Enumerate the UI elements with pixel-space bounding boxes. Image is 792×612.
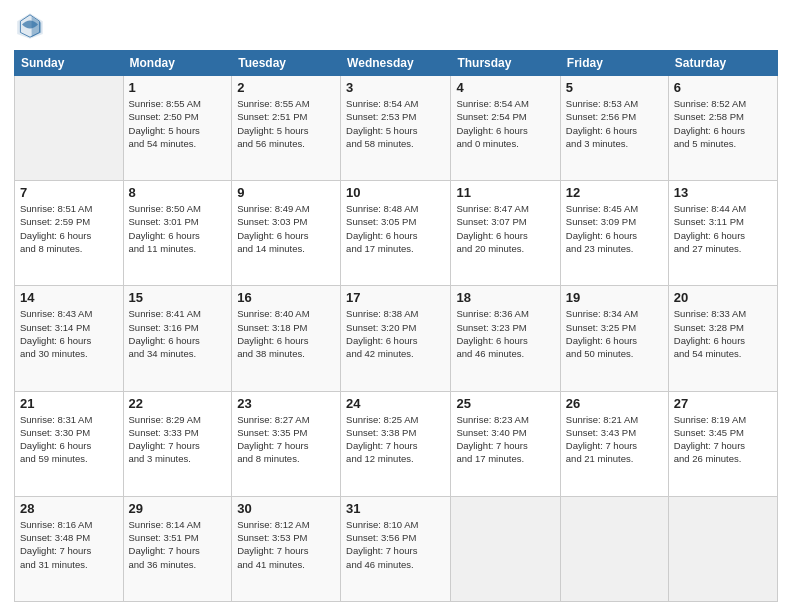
day-info-0-5: Sunrise: 8:53 AM Sunset: 2:56 PM Dayligh… bbox=[566, 97, 663, 150]
cell-0-6: 6Sunrise: 8:52 AM Sunset: 2:58 PM Daylig… bbox=[668, 76, 777, 181]
day-info-1-2: Sunrise: 8:49 AM Sunset: 3:03 PM Dayligh… bbox=[237, 202, 335, 255]
day-number-2-1: 15 bbox=[129, 290, 227, 305]
day-info-4-2: Sunrise: 8:12 AM Sunset: 3:53 PM Dayligh… bbox=[237, 518, 335, 571]
cell-4-6 bbox=[668, 496, 777, 601]
page: Sunday Monday Tuesday Wednesday Thursday… bbox=[0, 0, 792, 612]
logo bbox=[14, 10, 50, 42]
cell-2-1: 15Sunrise: 8:41 AM Sunset: 3:16 PM Dayli… bbox=[123, 286, 232, 391]
day-number-2-2: 16 bbox=[237, 290, 335, 305]
cell-0-4: 4Sunrise: 8:54 AM Sunset: 2:54 PM Daylig… bbox=[451, 76, 560, 181]
day-info-0-1: Sunrise: 8:55 AM Sunset: 2:50 PM Dayligh… bbox=[129, 97, 227, 150]
cell-4-2: 30Sunrise: 8:12 AM Sunset: 3:53 PM Dayli… bbox=[232, 496, 341, 601]
cell-2-6: 20Sunrise: 8:33 AM Sunset: 3:28 PM Dayli… bbox=[668, 286, 777, 391]
day-number-1-5: 12 bbox=[566, 185, 663, 200]
cell-1-1: 8Sunrise: 8:50 AM Sunset: 3:01 PM Daylig… bbox=[123, 181, 232, 286]
calendar-header: Sunday Monday Tuesday Wednesday Thursday… bbox=[15, 51, 778, 76]
day-info-3-4: Sunrise: 8:23 AM Sunset: 3:40 PM Dayligh… bbox=[456, 413, 554, 466]
day-number-3-5: 26 bbox=[566, 396, 663, 411]
cell-3-0: 21Sunrise: 8:31 AM Sunset: 3:30 PM Dayli… bbox=[15, 391, 124, 496]
day-number-2-6: 20 bbox=[674, 290, 772, 305]
cell-0-3: 3Sunrise: 8:54 AM Sunset: 2:53 PM Daylig… bbox=[341, 76, 451, 181]
day-info-4-0: Sunrise: 8:16 AM Sunset: 3:48 PM Dayligh… bbox=[20, 518, 118, 571]
cell-1-6: 13Sunrise: 8:44 AM Sunset: 3:11 PM Dayli… bbox=[668, 181, 777, 286]
day-info-2-3: Sunrise: 8:38 AM Sunset: 3:20 PM Dayligh… bbox=[346, 307, 445, 360]
cell-4-3: 31Sunrise: 8:10 AM Sunset: 3:56 PM Dayli… bbox=[341, 496, 451, 601]
day-number-3-4: 25 bbox=[456, 396, 554, 411]
day-number-1-0: 7 bbox=[20, 185, 118, 200]
day-info-1-1: Sunrise: 8:50 AM Sunset: 3:01 PM Dayligh… bbox=[129, 202, 227, 255]
day-info-3-3: Sunrise: 8:25 AM Sunset: 3:38 PM Dayligh… bbox=[346, 413, 445, 466]
header-friday: Friday bbox=[560, 51, 668, 76]
day-number-0-4: 4 bbox=[456, 80, 554, 95]
cell-2-2: 16Sunrise: 8:40 AM Sunset: 3:18 PM Dayli… bbox=[232, 286, 341, 391]
cell-2-5: 19Sunrise: 8:34 AM Sunset: 3:25 PM Dayli… bbox=[560, 286, 668, 391]
cell-1-3: 10Sunrise: 8:48 AM Sunset: 3:05 PM Dayli… bbox=[341, 181, 451, 286]
day-number-4-3: 31 bbox=[346, 501, 445, 516]
cell-3-3: 24Sunrise: 8:25 AM Sunset: 3:38 PM Dayli… bbox=[341, 391, 451, 496]
header-monday: Monday bbox=[123, 51, 232, 76]
day-info-1-6: Sunrise: 8:44 AM Sunset: 3:11 PM Dayligh… bbox=[674, 202, 772, 255]
day-number-0-5: 5 bbox=[566, 80, 663, 95]
calendar-table: Sunday Monday Tuesday Wednesday Thursday… bbox=[14, 50, 778, 602]
cell-1-4: 11Sunrise: 8:47 AM Sunset: 3:07 PM Dayli… bbox=[451, 181, 560, 286]
week-row-2: 14Sunrise: 8:43 AM Sunset: 3:14 PM Dayli… bbox=[15, 286, 778, 391]
cell-3-1: 22Sunrise: 8:29 AM Sunset: 3:33 PM Dayli… bbox=[123, 391, 232, 496]
day-number-0-6: 6 bbox=[674, 80, 772, 95]
day-info-2-0: Sunrise: 8:43 AM Sunset: 3:14 PM Dayligh… bbox=[20, 307, 118, 360]
day-number-2-3: 17 bbox=[346, 290, 445, 305]
header-sunday: Sunday bbox=[15, 51, 124, 76]
cell-3-5: 26Sunrise: 8:21 AM Sunset: 3:43 PM Dayli… bbox=[560, 391, 668, 496]
cell-1-5: 12Sunrise: 8:45 AM Sunset: 3:09 PM Dayli… bbox=[560, 181, 668, 286]
header-saturday: Saturday bbox=[668, 51, 777, 76]
day-number-1-4: 11 bbox=[456, 185, 554, 200]
week-row-1: 7Sunrise: 8:51 AM Sunset: 2:59 PM Daylig… bbox=[15, 181, 778, 286]
cell-0-1: 1Sunrise: 8:55 AM Sunset: 2:50 PM Daylig… bbox=[123, 76, 232, 181]
cell-0-0 bbox=[15, 76, 124, 181]
day-info-2-1: Sunrise: 8:41 AM Sunset: 3:16 PM Dayligh… bbox=[129, 307, 227, 360]
day-info-0-4: Sunrise: 8:54 AM Sunset: 2:54 PM Dayligh… bbox=[456, 97, 554, 150]
day-number-4-2: 30 bbox=[237, 501, 335, 516]
day-info-4-3: Sunrise: 8:10 AM Sunset: 3:56 PM Dayligh… bbox=[346, 518, 445, 571]
day-info-3-5: Sunrise: 8:21 AM Sunset: 3:43 PM Dayligh… bbox=[566, 413, 663, 466]
day-number-4-0: 28 bbox=[20, 501, 118, 516]
header-row: Sunday Monday Tuesday Wednesday Thursday… bbox=[15, 51, 778, 76]
day-number-1-1: 8 bbox=[129, 185, 227, 200]
header bbox=[14, 10, 778, 42]
cell-4-0: 28Sunrise: 8:16 AM Sunset: 3:48 PM Dayli… bbox=[15, 496, 124, 601]
day-info-4-1: Sunrise: 8:14 AM Sunset: 3:51 PM Dayligh… bbox=[129, 518, 227, 571]
day-number-2-4: 18 bbox=[456, 290, 554, 305]
day-number-2-0: 14 bbox=[20, 290, 118, 305]
day-number-3-3: 24 bbox=[346, 396, 445, 411]
day-info-3-6: Sunrise: 8:19 AM Sunset: 3:45 PM Dayligh… bbox=[674, 413, 772, 466]
logo-icon bbox=[14, 10, 46, 42]
week-row-3: 21Sunrise: 8:31 AM Sunset: 3:30 PM Dayli… bbox=[15, 391, 778, 496]
day-info-1-4: Sunrise: 8:47 AM Sunset: 3:07 PM Dayligh… bbox=[456, 202, 554, 255]
cell-0-2: 2Sunrise: 8:55 AM Sunset: 2:51 PM Daylig… bbox=[232, 76, 341, 181]
day-info-2-5: Sunrise: 8:34 AM Sunset: 3:25 PM Dayligh… bbox=[566, 307, 663, 360]
cell-2-0: 14Sunrise: 8:43 AM Sunset: 3:14 PM Dayli… bbox=[15, 286, 124, 391]
cell-4-1: 29Sunrise: 8:14 AM Sunset: 3:51 PM Dayli… bbox=[123, 496, 232, 601]
week-row-4: 28Sunrise: 8:16 AM Sunset: 3:48 PM Dayli… bbox=[15, 496, 778, 601]
day-info-3-2: Sunrise: 8:27 AM Sunset: 3:35 PM Dayligh… bbox=[237, 413, 335, 466]
cell-4-5 bbox=[560, 496, 668, 601]
cell-0-5: 5Sunrise: 8:53 AM Sunset: 2:56 PM Daylig… bbox=[560, 76, 668, 181]
cell-3-6: 27Sunrise: 8:19 AM Sunset: 3:45 PM Dayli… bbox=[668, 391, 777, 496]
day-number-0-2: 2 bbox=[237, 80, 335, 95]
cell-4-4 bbox=[451, 496, 560, 601]
day-info-0-2: Sunrise: 8:55 AM Sunset: 2:51 PM Dayligh… bbox=[237, 97, 335, 150]
day-number-0-3: 3 bbox=[346, 80, 445, 95]
day-number-2-5: 19 bbox=[566, 290, 663, 305]
calendar-body: 1Sunrise: 8:55 AM Sunset: 2:50 PM Daylig… bbox=[15, 76, 778, 602]
day-info-2-6: Sunrise: 8:33 AM Sunset: 3:28 PM Dayligh… bbox=[674, 307, 772, 360]
day-number-1-3: 10 bbox=[346, 185, 445, 200]
cell-3-4: 25Sunrise: 8:23 AM Sunset: 3:40 PM Dayli… bbox=[451, 391, 560, 496]
day-number-0-1: 1 bbox=[129, 80, 227, 95]
day-info-3-0: Sunrise: 8:31 AM Sunset: 3:30 PM Dayligh… bbox=[20, 413, 118, 466]
day-number-3-2: 23 bbox=[237, 396, 335, 411]
day-number-4-1: 29 bbox=[129, 501, 227, 516]
cell-1-2: 9Sunrise: 8:49 AM Sunset: 3:03 PM Daylig… bbox=[232, 181, 341, 286]
header-wednesday: Wednesday bbox=[341, 51, 451, 76]
day-info-3-1: Sunrise: 8:29 AM Sunset: 3:33 PM Dayligh… bbox=[129, 413, 227, 466]
day-info-0-3: Sunrise: 8:54 AM Sunset: 2:53 PM Dayligh… bbox=[346, 97, 445, 150]
day-info-1-5: Sunrise: 8:45 AM Sunset: 3:09 PM Dayligh… bbox=[566, 202, 663, 255]
